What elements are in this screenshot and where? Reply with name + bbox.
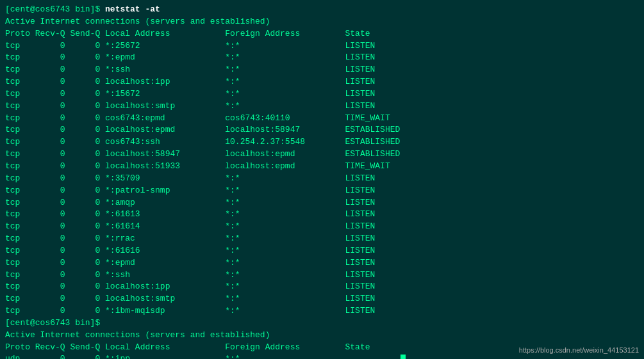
data-line-14: tcp 0 0 *:amqp *:* LISTEN (5, 197, 639, 209)
data-line-16: tcp 0 0 *:61614 *:* LISTEN (5, 221, 639, 233)
data-line-4: tcp 0 0 localhost:ipp *:* LISTEN (5, 76, 639, 88)
header-2: [cent@cos6743 bin]$ (5, 317, 639, 330)
data-line-1: tcp 0 0 *:25672 *:* LISTEN (5, 40, 639, 52)
watermark: https://blog.csdn.net/weixin_44153121 (519, 346, 639, 354)
data-line-20: tcp 0 0 *:ssh *:* LISTEN (5, 269, 639, 282)
data-line-18: tcp 0 0 *:61616 *:* LISTEN (5, 245, 639, 257)
cursor (400, 355, 406, 359)
prompt-3: udp 0 0 *:ipp *:* (5, 354, 400, 359)
data-line-12: tcp 0 0 *:35709 *:* LISTEN (5, 173, 639, 185)
data-line-3: tcp 0 0 *:ssh *:* LISTEN (5, 64, 639, 76)
data-line-9: tcp 0 0 cos6743:ssh 10.254.2.37:5548 EST… (5, 136, 639, 148)
cmd-1: netstat -at (105, 4, 160, 14)
data-line-10: tcp 0 0 localhost:58947 localhost:epmd E… (5, 148, 639, 161)
data-line-17: tcp 0 0 *:rrac *:* LISTEN (5, 233, 639, 245)
line-1: [cent@cos6743 bin]$ netstat -at (5, 4, 639, 16)
data-line-7: tcp 0 0 cos6743:epmd cos6743:40110 TIME_… (5, 113, 639, 125)
col-header-2: Active Internet connections (servers and… (5, 330, 639, 342)
data-line-11: tcp 0 0 localhost:51933 localhost:epmd T… (5, 161, 639, 173)
col-header-1: Proto Recv-Q Send-Q Local Address Foreig… (5, 28, 639, 40)
data-line-15: tcp 0 0 *:61613 *:* LISTEN (5, 209, 639, 221)
line-2: tcp 0 0 *:ibm-mqisdp *:* LISTEN (5, 305, 639, 317)
line-3: udp 0 0 *:ipp *:* (5, 353, 639, 359)
header-1: Active Internet connections (servers and… (5, 16, 639, 28)
prompt-1: [cent@cos6743 bin]$ (5, 4, 105, 14)
data-line-5: tcp 0 0 *:15672 *:* LISTEN (5, 88, 639, 100)
data-line-13: tcp 0 0 *:patrol-snmp *:* LISTEN (5, 185, 639, 197)
terminal: [cent@cos6743 bin]$ netstat -at Active I… (0, 0, 644, 359)
prompt-2: tcp 0 0 *:ibm-mqisdp *:* LISTEN (5, 306, 400, 315)
data-line-6: tcp 0 0 localhost:smtp *:* LISTEN (5, 100, 639, 113)
data-line-22: tcp 0 0 localhost:smtp *:* LISTEN (5, 293, 639, 305)
data-line-21: tcp 0 0 localhost:ipp *:* LISTEN (5, 281, 639, 293)
data-line-19: tcp 0 0 *:epmd *:* LISTEN (5, 257, 639, 269)
data-line-8: tcp 0 0 localhost:epmd localhost:58947 E… (5, 124, 639, 136)
data-line-2: tcp 0 0 *:epmd *:* LISTEN (5, 52, 639, 64)
